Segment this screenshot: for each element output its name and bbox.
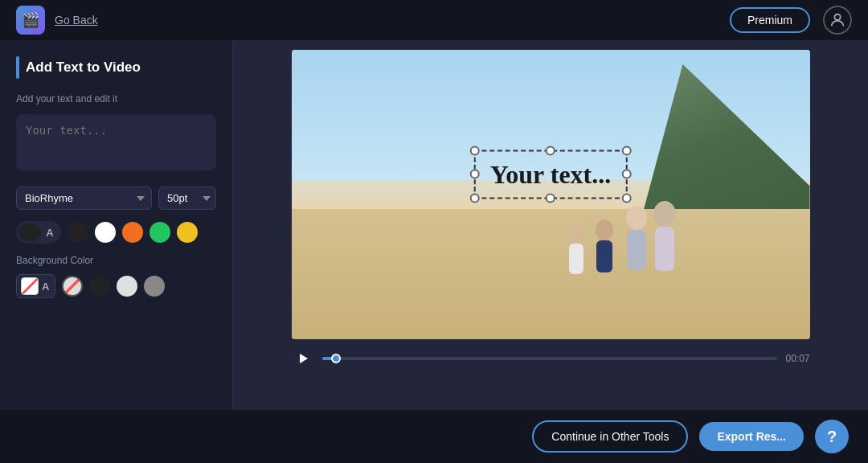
play-button[interactable] [292,347,314,370]
text-color-row: A [16,221,216,244]
header: 🎬 Go Back Premium [0,0,868,40]
bg-swatch-white[interactable] [117,276,137,297]
progress-thumb[interactable] [331,354,341,363]
continue-button[interactable]: Continue in Other Tools [532,420,688,453]
color-swatch-black[interactable] [68,222,88,243]
header-right: Premium [730,6,852,35]
handle-top-left[interactable] [470,145,480,155]
text-color-toggle[interactable]: A [16,221,61,244]
font-controls: BioRhyme Arial Georgia 50pt 12pt 24pt 36… [16,186,216,210]
size-select[interactable]: 50pt 12pt 24pt 36pt 72pt [158,186,216,210]
handle-top-right[interactable] [621,145,631,155]
export-button[interactable]: Export Res... [699,422,804,451]
timeline: 00:07 [292,339,810,375]
svg-point-5 [626,206,647,230]
font-select[interactable]: BioRhyme Arial Georgia [16,186,152,210]
help-button[interactable]: ? [815,420,849,453]
overlay-text: Your text... [490,159,612,188]
app-logo: 🎬 [16,6,45,35]
time-display: 00:07 [785,353,809,364]
bg-color-row: A [16,274,216,298]
bg-no-color-icon [21,277,39,295]
svg-marker-11 [300,354,308,363]
main-layout: Add Text to Video Add your text and edit… [0,40,868,410]
handle-top-center[interactable] [546,145,555,155]
sidebar-title: Add Text to Video [26,59,141,76]
color-swatch-green[interactable] [149,222,170,243]
go-back-button[interactable]: Go Back [55,14,98,27]
bg-color-toggle[interactable]: A [16,274,55,298]
bottom-bar: Continue in Other Tools Export Res... ? [0,410,868,463]
handle-bot-right[interactable] [621,193,631,203]
svg-rect-10 [569,244,583,274]
svg-point-0 [834,14,840,20]
sidebar-accent [16,56,19,79]
premium-button[interactable]: Premium [730,7,810,33]
color-swatch-orange[interactable] [122,222,143,243]
handle-bot-left[interactable] [470,193,480,203]
video-container: Your text... [292,50,810,339]
svg-point-7 [596,219,613,240]
toggle-dark [18,223,41,241]
user-avatar[interactable] [823,6,852,35]
sidebar: Add Text to Video Add your text and edit… [0,40,233,410]
color-swatch-white[interactable] [95,222,116,243]
svg-point-9 [568,224,584,244]
svg-rect-6 [627,230,646,270]
handle-mid-left[interactable] [470,170,480,179]
toggle-a-label: A [41,223,59,241]
header-left: 🎬 Go Back [16,6,98,35]
bg-color-label: Background Color [16,255,216,266]
sidebar-title-bar: Add Text to Video [16,56,216,79]
progress-bar[interactable] [322,357,778,360]
text-input[interactable] [16,114,216,170]
bg-swatch-black[interactable] [89,276,110,297]
bg-swatch-none[interactable] [62,276,83,297]
bg-swatch-gray[interactable] [144,276,165,297]
bg-toggle-a: A [40,281,51,293]
svg-rect-3 [655,238,663,270]
video-area: Your text... 00:07 [233,40,868,410]
sidebar-subtitle: Add your text and edit it [16,93,216,104]
handle-mid-right[interactable] [621,170,631,179]
svg-point-1 [653,201,676,227]
text-selection-box: Your text... [474,150,628,199]
svg-rect-4 [666,238,674,270]
text-overlay[interactable]: Your text... [474,150,628,199]
color-swatch-yellow[interactable] [177,222,198,243]
svg-rect-8 [596,240,612,272]
